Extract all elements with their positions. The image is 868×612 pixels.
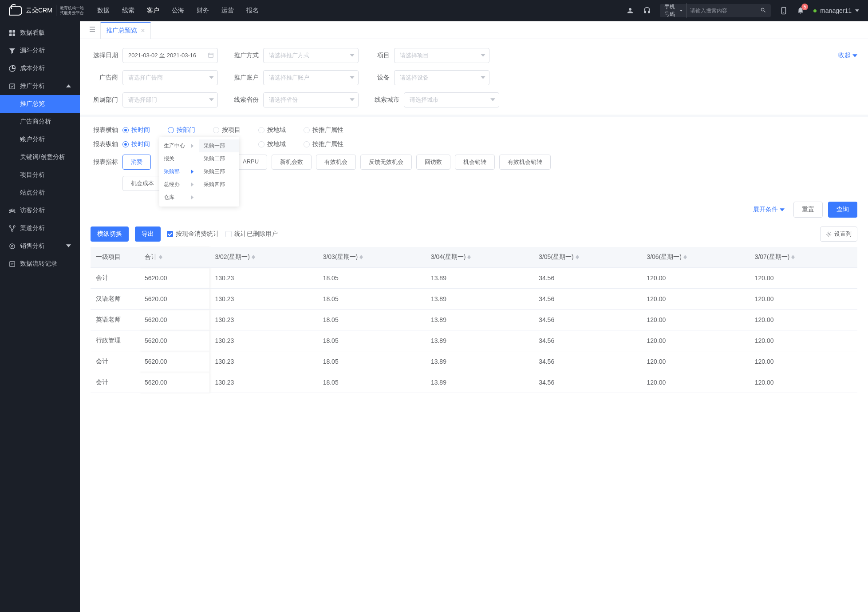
search-type-select[interactable]: 手机号码 <box>664 3 687 18</box>
sidebar-item-funnel[interactable]: 漏斗分析 <box>0 42 80 60</box>
headset-icon[interactable] <box>643 7 651 15</box>
metric-invalidopp[interactable]: 反馈无效机会 <box>360 155 412 170</box>
user-icon[interactable] <box>626 7 634 15</box>
col-0304[interactable]: 3/04(星期一) <box>426 247 533 268</box>
collapse-button[interactable]: 收起 <box>838 52 857 60</box>
cascade-item[interactable]: 采购二部 <box>199 152 239 165</box>
radio-h-dept[interactable]: 按部门 <box>168 126 195 134</box>
metric-arpu[interactable]: ARPU <box>234 155 267 170</box>
sidebar: 数据看版 漏斗分析 成本分析 推广分析 推广总览 广告商分析 账户分析 关键词/… <box>0 21 80 612</box>
sidebar-item-account[interactable]: 账户分析 <box>0 131 80 148</box>
export-button[interactable]: 导出 <box>135 227 161 242</box>
sidebar-item-keyword[interactable]: 关键词/创意分析 <box>0 148 80 166</box>
nav-finance[interactable]: 财务 <box>197 7 209 15</box>
radio-v-attr[interactable]: 按推广属性 <box>304 140 343 148</box>
cascade-item[interactable]: 仓库 <box>159 191 199 204</box>
col-0303[interactable]: 3/03(星期一) <box>318 247 426 268</box>
nav-signup[interactable]: 报名 <box>246 7 259 15</box>
checkbox-cash[interactable]: 按现金消费统计 <box>167 230 219 238</box>
col-total[interactable]: 合计 <box>139 247 209 268</box>
sort-icon[interactable] <box>683 255 687 259</box>
checkbox-deleted[interactable]: 统计已删除用户 <box>225 230 278 238</box>
col-0305[interactable]: 3/05(星期一) <box>533 247 641 268</box>
nav-ops[interactable]: 运营 <box>221 7 234 15</box>
user-menu[interactable]: manager11 <box>813 7 859 14</box>
cascade-item[interactable]: 采购四部 <box>199 178 239 191</box>
sort-icon[interactable] <box>467 255 471 259</box>
sidebar-item-dashboard[interactable]: 数据看版 <box>0 24 80 42</box>
sort-icon[interactable] <box>359 255 363 259</box>
metric-validopp[interactable]: 有效机会 <box>316 155 356 170</box>
col-0307[interactable]: 3/07(星期一) <box>750 247 857 268</box>
chevron-down-icon <box>350 75 355 81</box>
sidebar-item-visitor[interactable]: 访客分析 <box>0 202 80 219</box>
sidebar-item-project[interactable]: 项目分析 <box>0 166 80 184</box>
nav-clue[interactable]: 线索 <box>122 7 134 15</box>
bell-icon[interactable]: 5 <box>797 6 805 16</box>
radio-h-region[interactable]: 按地域 <box>258 126 286 134</box>
cascade-item[interactable]: 报关 <box>159 152 199 165</box>
sidebar-item-promotion[interactable]: 推广分析 <box>0 77 80 95</box>
sidebar-item-flow[interactable]: 数据流转记录 <box>0 255 80 273</box>
nav-data[interactable]: 数据 <box>97 7 110 15</box>
sidebar-toggle-icon[interactable] <box>84 26 100 34</box>
sidebar-item-sales[interactable]: 销售分析 <box>0 237 80 255</box>
reset-button[interactable]: 重置 <box>793 202 823 218</box>
radio-v-time[interactable]: 按时间 <box>122 140 150 148</box>
cascade-item[interactable]: 总经办 <box>159 178 199 191</box>
select-advertiser[interactable]: 请选择广告商 <box>122 70 218 85</box>
sort-icon[interactable] <box>791 255 795 259</box>
label-city: 线索城市 <box>372 96 399 104</box>
sidebar-item-site[interactable]: 站点分析 <box>0 184 80 202</box>
radio-h-attr[interactable]: 按推广属性 <box>304 126 343 134</box>
logo[interactable]: 云朵CRM 教育机构一站式服务云平台 <box>9 5 84 16</box>
select-device[interactable]: 请选择设备 <box>394 70 489 85</box>
table-cell: 120.00 <box>641 289 749 310</box>
cascade-item[interactable]: 采购一部 <box>199 139 239 152</box>
select-account[interactable]: 请选择推广账户 <box>263 70 359 85</box>
search-input[interactable] <box>687 8 760 14</box>
radio-v-region[interactable]: 按地域 <box>258 140 286 148</box>
metric-oppconv[interactable]: 机会销转 <box>455 155 495 170</box>
col-0306[interactable]: 3/06(星期一) <box>641 247 749 268</box>
select-province[interactable]: 请选择省份 <box>263 92 359 107</box>
select-method[interactable]: 请选择推广方式 <box>263 48 359 63</box>
radio-h-project[interactable]: 按项目 <box>213 126 241 134</box>
tab-promo-overview[interactable]: 推广总预览 ✕ <box>100 22 151 39</box>
metric-newopp[interactable]: 新机会数 <box>272 155 312 170</box>
search-button[interactable] <box>760 7 766 15</box>
cascade-item[interactable]: 采购部 <box>159 165 199 178</box>
close-icon[interactable]: ✕ <box>141 28 145 34</box>
col-0302[interactable]: 3/02(星期一) <box>209 247 317 268</box>
metric-oppcost[interactable]: 机会成本 <box>122 176 162 191</box>
query-button[interactable]: 查询 <box>828 202 857 218</box>
nav-customer[interactable]: 客户 <box>147 7 159 15</box>
sort-icon[interactable] <box>252 255 255 259</box>
metric-validoppconv[interactable]: 有效机会销转 <box>499 155 551 170</box>
sort-icon[interactable] <box>576 255 579 259</box>
cascade-item[interactable]: 采购三部 <box>199 165 239 178</box>
expand-link[interactable]: 展开条件 <box>753 206 785 214</box>
sidebar-item-promo-overview[interactable]: 推广总览 <box>0 95 80 113</box>
sort-icon[interactable] <box>159 255 162 259</box>
table-cell: 120.00 <box>641 310 749 330</box>
select-dept[interactable]: 请选择部门 <box>122 92 218 107</box>
select-project[interactable]: 请选择项目 <box>394 48 489 63</box>
metric-spend[interactable]: 消费 <box>122 155 151 170</box>
config-columns-button[interactable]: 设置列 <box>820 227 857 242</box>
select-city[interactable]: 请选择城市 <box>404 92 499 107</box>
sidebar-item-advertiser[interactable]: 广告商分析 <box>0 113 80 131</box>
toggle-axis-button[interactable]: 横纵切换 <box>91 227 129 242</box>
chevron-down-icon <box>209 75 214 81</box>
top-nav: 数据 线索 客户 公海 财务 运营 报名 <box>97 7 259 15</box>
sidebar-item-channel[interactable]: 渠道分析 <box>0 219 80 237</box>
sidebar-item-cost[interactable]: 成本分析 <box>0 60 80 77</box>
radio-h-time[interactable]: 按时间 <box>122 126 150 134</box>
col-project[interactable]: 一级项目 <box>91 247 139 268</box>
cascade-item[interactable]: 生产中心 <box>159 139 199 152</box>
phone-icon[interactable] <box>780 7 788 15</box>
nav-sea[interactable]: 公海 <box>172 7 184 15</box>
metric-revisit[interactable]: 回访数 <box>416 155 450 170</box>
chevron-down-icon <box>350 52 355 59</box>
date-range-picker[interactable]: 2021-03-02 至 2021-03-16 <box>122 48 218 63</box>
